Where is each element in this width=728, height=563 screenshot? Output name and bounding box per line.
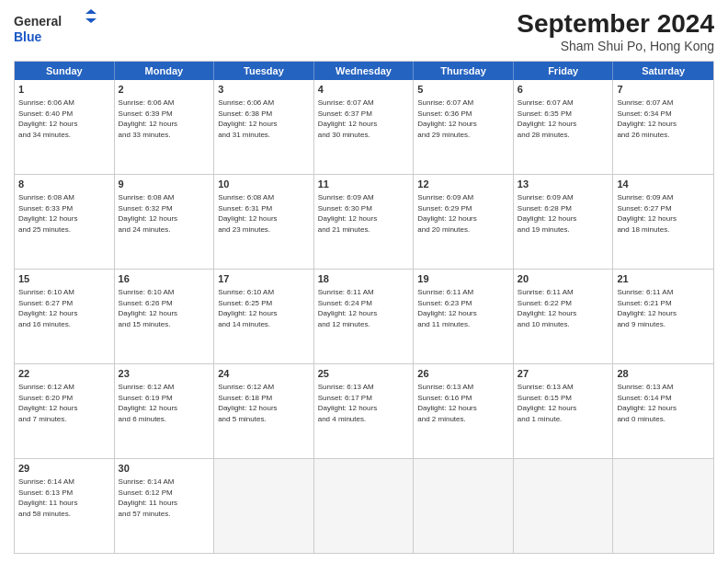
cell-sep-9: 9 Sunrise: 6:08 AMSunset: 6:32 PMDayligh… [115, 175, 215, 269]
cell-sep-3: 3 Sunrise: 6:06 AMSunset: 6:38 PMDayligh… [214, 80, 314, 174]
header-wednesday: Wednesday [314, 62, 415, 80]
cell-sep-28: 28 Sunrise: 6:13 AMSunset: 6:14 PMDaylig… [613, 364, 713, 458]
cell-sep-30: 30 Sunrise: 6:14 AMSunset: 6:12 PMDaylig… [115, 459, 215, 553]
cell-empty-5 [613, 459, 713, 553]
cell-sep-4: 4 Sunrise: 6:07 AMSunset: 6:37 PMDayligh… [314, 80, 415, 174]
calendar-body: 1 Sunrise: 6:06 AMSunset: 6:40 PMDayligh… [15, 80, 713, 553]
logo-svg: General Blue [14, 9, 97, 48]
cell-sep-11: 11 Sunrise: 6:09 AMSunset: 6:30 PMDaylig… [314, 175, 415, 269]
cell-sep-17: 17 Sunrise: 6:10 AMSunset: 6:25 PMDaylig… [214, 270, 314, 363]
week-row-1: 1 Sunrise: 6:06 AMSunset: 6:40 PMDayligh… [15, 80, 713, 174]
cell-sep-20: 20 Sunrise: 6:11 AMSunset: 6:22 PMDaylig… [514, 270, 614, 363]
cell-sep-14: 14 Sunrise: 6:09 AMSunset: 6:27 PMDaylig… [613, 175, 713, 269]
cell-sep-13: 13 Sunrise: 6:09 AMSunset: 6:28 PMDaylig… [514, 175, 614, 269]
week-row-2: 8 Sunrise: 6:08 AMSunset: 6:33 PMDayligh… [15, 174, 713, 269]
page: General Blue September 2024 Sham Shui Po… [0, 0, 728, 563]
cell-sep-5: 5 Sunrise: 6:07 AMSunset: 6:36 PMDayligh… [414, 80, 514, 174]
cell-sep-7: 7 Sunrise: 6:07 AMSunset: 6:34 PMDayligh… [613, 80, 713, 174]
month-title: September 2024 [517, 9, 714, 39]
header: General Blue September 2024 Sham Shui Po… [14, 9, 714, 53]
cell-empty-4 [514, 459, 614, 553]
cell-empty-3 [414, 459, 514, 553]
header-thursday: Thursday [414, 62, 514, 80]
svg-text:General: General [14, 14, 62, 29]
header-sunday: Sunday [15, 62, 115, 80]
subtitle: Sham Shui Po, Hong Kong [517, 39, 714, 53]
header-tuesday: Tuesday [214, 62, 314, 80]
cell-sep-19: 19 Sunrise: 6:11 AMSunset: 6:23 PMDaylig… [414, 270, 514, 363]
cell-empty-1 [214, 459, 314, 553]
cell-sep-10: 10 Sunrise: 6:08 AMSunset: 6:31 PMDaylig… [214, 175, 314, 269]
cell-sep-24: 24 Sunrise: 6:12 AMSunset: 6:18 PMDaylig… [214, 364, 314, 458]
cell-empty-2 [314, 459, 415, 553]
svg-text:Blue: Blue [14, 29, 42, 44]
title-block: September 2024 Sham Shui Po, Hong Kong [517, 9, 714, 53]
week-row-5: 29 Sunrise: 6:14 AMSunset: 6:13 PMDaylig… [15, 458, 713, 553]
week-row-4: 22 Sunrise: 6:12 AMSunset: 6:20 PMDaylig… [15, 363, 713, 458]
cell-sep-26: 26 Sunrise: 6:13 AMSunset: 6:16 PMDaylig… [414, 364, 514, 458]
cell-sep-15: 15 Sunrise: 6:10 AMSunset: 6:27 PMDaylig… [15, 270, 115, 363]
svg-marker-3 [85, 18, 97, 23]
header-friday: Friday [514, 62, 614, 80]
cell-sep-1: 1 Sunrise: 6:06 AMSunset: 6:40 PMDayligh… [15, 80, 115, 174]
cell-sep-27: 27 Sunrise: 6:13 AMSunset: 6:15 PMDaylig… [514, 364, 614, 458]
svg-marker-2 [85, 9, 97, 14]
cell-sep-8: 8 Sunrise: 6:08 AMSunset: 6:33 PMDayligh… [15, 175, 115, 269]
cell-sep-21: 21 Sunrise: 6:11 AMSunset: 6:21 PMDaylig… [613, 270, 713, 363]
cell-sep-25: 25 Sunrise: 6:13 AMSunset: 6:17 PMDaylig… [314, 364, 415, 458]
cell-sep-12: 12 Sunrise: 6:09 AMSunset: 6:29 PMDaylig… [414, 175, 514, 269]
week-row-3: 15 Sunrise: 6:10 AMSunset: 6:27 PMDaylig… [15, 269, 713, 363]
calendar-header: Sunday Monday Tuesday Wednesday Thursday… [15, 62, 713, 80]
cell-sep-6: 6 Sunrise: 6:07 AMSunset: 6:35 PMDayligh… [514, 80, 614, 174]
logo: General Blue [14, 9, 97, 48]
cell-sep-22: 22 Sunrise: 6:12 AMSunset: 6:20 PMDaylig… [15, 364, 115, 458]
cell-sep-23: 23 Sunrise: 6:12 AMSunset: 6:19 PMDaylig… [115, 364, 215, 458]
cell-sep-16: 16 Sunrise: 6:10 AMSunset: 6:26 PMDaylig… [115, 270, 215, 363]
header-monday: Monday [115, 62, 215, 80]
cell-sep-18: 18 Sunrise: 6:11 AMSunset: 6:24 PMDaylig… [314, 270, 415, 363]
cell-sep-2: 2 Sunrise: 6:06 AMSunset: 6:39 PMDayligh… [115, 80, 215, 174]
calendar: Sunday Monday Tuesday Wednesday Thursday… [14, 61, 714, 554]
header-saturday: Saturday [613, 62, 713, 80]
cell-sep-29: 29 Sunrise: 6:14 AMSunset: 6:13 PMDaylig… [15, 459, 115, 553]
